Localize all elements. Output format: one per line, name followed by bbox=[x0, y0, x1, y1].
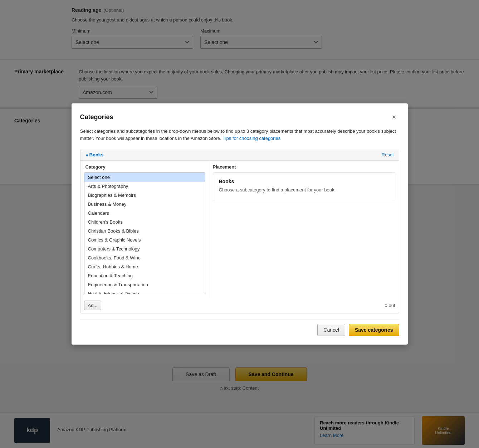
list-item[interactable]: Biographies & Memoirs bbox=[84, 191, 205, 200]
list-item[interactable]: Christian Books & Bibles bbox=[84, 227, 205, 235]
books-link[interactable]: Books bbox=[85, 152, 104, 157]
add-placement-btn[interactable]: Ad... bbox=[84, 301, 102, 310]
modal-desc: Select categories and subcategories in t… bbox=[80, 128, 399, 142]
list-item[interactable]: Education & Teaching bbox=[84, 271, 205, 280]
list-item[interactable]: Calendars bbox=[84, 209, 205, 218]
cancel-btn[interactable]: Cancel bbox=[317, 324, 345, 336]
list-item[interactable]: Engineering & Transportation bbox=[84, 280, 205, 289]
category-panel: Books Reset Category Select one Arts & P… bbox=[80, 149, 399, 313]
placement-header: Placement bbox=[213, 164, 395, 170]
list-item[interactable]: Comics & Graphic Novels bbox=[84, 235, 205, 244]
categories-modal: Categories × Select categories and subca… bbox=[72, 103, 408, 345]
out-of-text: 0 out bbox=[385, 303, 395, 308]
category-panel-body: Category Select one Arts & Photography B… bbox=[80, 161, 399, 298]
list-item[interactable]: Children's Books bbox=[84, 218, 205, 227]
modal-title: Categories bbox=[80, 113, 113, 121]
placement-box-title: Books bbox=[219, 179, 389, 184]
reset-link[interactable]: Reset bbox=[382, 152, 394, 157]
category-left-header: Category bbox=[84, 164, 205, 170]
modal-header: Categories × bbox=[80, 112, 399, 122]
category-panel-header: Books Reset bbox=[80, 149, 399, 161]
modal-close-btn[interactable]: × bbox=[389, 112, 399, 122]
list-item[interactable]: Crafts, Hobbies & Home bbox=[84, 262, 205, 271]
page-wrapper: Reading age (Optional) Choose the younge… bbox=[0, 0, 479, 448]
category-listbox[interactable]: Select one Arts & Photography Biographie… bbox=[84, 172, 205, 294]
list-item[interactable]: Health, Fitness & Dieting bbox=[84, 289, 205, 294]
tips-link[interactable]: Tips for choosing categories bbox=[223, 136, 280, 141]
placement-right: Placement Books Choose a subcategory to … bbox=[209, 161, 399, 298]
save-categories-btn[interactable]: Save categories bbox=[349, 324, 399, 336]
list-item[interactable]: Select one bbox=[84, 173, 205, 182]
list-item[interactable]: Cookbooks, Food & Wine bbox=[84, 253, 205, 262]
category-left: Category Select one Arts & Photography B… bbox=[80, 161, 209, 298]
list-item[interactable]: Arts & Photography bbox=[84, 182, 205, 191]
add-placement-row: Ad... 0 out bbox=[80, 298, 399, 313]
placement-box: Books Choose a subcategory to find a pla… bbox=[213, 172, 395, 201]
list-item[interactable]: Computers & Technology bbox=[84, 244, 205, 253]
list-item[interactable]: Business & Money bbox=[84, 200, 205, 209]
placement-box-desc: Choose a subcategory to find a placement… bbox=[219, 187, 389, 193]
modal-footer: Cancel Save categories bbox=[80, 319, 399, 336]
